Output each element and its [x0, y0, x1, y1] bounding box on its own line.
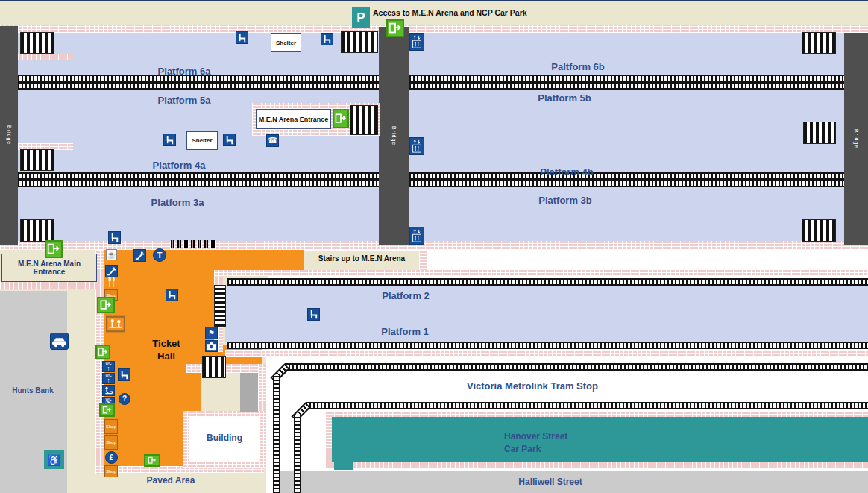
car-park-entrance — [334, 462, 353, 470]
platform-1-2-island — [225, 286, 868, 342]
shelter-box: Shelter — [271, 33, 301, 52]
platform-3b-label: Platform 3b — [538, 195, 592, 206]
tram-track — [306, 402, 868, 409]
platform-2-label: Platform 2 — [382, 290, 430, 301]
ticket-hall — [97, 250, 304, 270]
stairs — [804, 122, 835, 143]
shop-kiosk: Shop — [104, 465, 118, 477]
men-arena-entrance-box: M.E.N Arena Entrance — [256, 109, 331, 129]
brick-wall — [225, 350, 868, 357]
flag-glyph: ⚑ — [208, 330, 215, 337]
seat-icon — [223, 134, 236, 146]
information-glyph: ? — [122, 395, 127, 403]
bridge-west: Bridge — [0, 26, 18, 245]
cash-machine-icon: £ — [105, 451, 118, 464]
hanover-label-2: Car Park — [504, 444, 541, 454]
platform-1-label: Platform 1 — [381, 326, 429, 337]
lift-icon — [409, 33, 424, 51]
bridge-east: Bridge — [844, 33, 868, 245]
seat-icon — [108, 231, 121, 244]
exit-icon — [144, 454, 160, 467]
shop-kiosk: Shop — [104, 419, 118, 434]
brick-wall — [214, 270, 868, 276]
cash-glyph: £ — [110, 454, 114, 462]
toilets-icon: WC↑ — [102, 373, 115, 384]
brick-wall — [18, 54, 73, 60]
platform-6b-label: Paltform 6b — [551, 61, 605, 72]
platform-3a-label: Platform 3a — [151, 197, 204, 208]
bridge-label: Bridge — [854, 129, 859, 148]
platform-4a-label: Platform 4a — [153, 160, 206, 171]
tram-stop-label: Victoria Metrolink Tram Stop — [467, 380, 598, 392]
flag-icon: ⚑ — [205, 327, 218, 339]
paved-area-label: Paved Area — [147, 475, 195, 486]
parking-glyph: P — [356, 11, 365, 24]
brick-wall — [186, 364, 265, 373]
shop-label: Shop — [106, 424, 116, 429]
men-arena-main-entrance-label: M.E.N Arena Main Entrance — [2, 260, 96, 276]
shop-label: Shop — [106, 440, 116, 445]
north-platforms-area — [0, 33, 868, 241]
ticket-hall-label-line2: Hall — [134, 350, 198, 362]
stairs — [21, 150, 54, 170]
coffee-glyph: ☕ — [107, 251, 116, 259]
shelter-box: Shelter — [186, 131, 218, 150]
platform-5b-label: Platform 5b — [538, 92, 591, 104]
shop-kiosk: Shop — [104, 435, 118, 450]
ticket-office-icon — [106, 315, 125, 333]
catering-icon — [107, 277, 116, 288]
escalator-icon — [105, 265, 118, 277]
stairs — [215, 286, 225, 326]
exit-icon — [45, 240, 63, 258]
tram-track — [273, 375, 280, 493]
telephones-glyph: T — [157, 251, 163, 260]
ticket-hall-label-line1: Ticket — [134, 337, 198, 350]
information-icon: ? — [119, 393, 130, 405]
hanover-car-park — [332, 417, 868, 462]
bridge-label: Bridge — [391, 126, 397, 145]
tram-track — [294, 415, 301, 493]
halliwell-label: Halliwell Street — [518, 477, 582, 487]
tram-track — [285, 363, 868, 371]
access-note: Access to M.E.N Arena and NCP Car Park — [373, 8, 527, 17]
seat-icon — [321, 33, 333, 45]
station-map: Bridge Bridge Bridge M.E.N Arena Entranc… — [0, 0, 868, 493]
stairs — [21, 33, 54, 53]
shop-label: Shop — [106, 469, 116, 474]
seat-icon — [163, 134, 176, 146]
ticket-hall-label: Ticket Hall — [134, 337, 198, 362]
pillar — [240, 373, 258, 412]
photo-booth-icon — [205, 340, 218, 352]
phone-glyph: ☎ — [268, 136, 278, 145]
stairs — [203, 357, 225, 377]
stairs — [342, 32, 377, 52]
platform-6a-label: Platform 6a — [158, 66, 211, 77]
rail-track — [227, 342, 868, 349]
ticket-barriers — [171, 240, 217, 248]
parking-icon: P — [352, 7, 370, 28]
hunts-bank-label: Hunts Bank — [12, 386, 54, 395]
taxi-icon — [50, 333, 69, 350]
exit-icon — [97, 297, 115, 313]
rail-track — [18, 180, 845, 187]
stairs — [21, 220, 54, 241]
accessible-parking-icon: ♿ — [44, 450, 64, 469]
bridge-center: Bridge — [379, 27, 409, 245]
brick-wall — [0, 241, 868, 250]
exit-icon — [95, 345, 110, 359]
rail-track — [18, 75, 845, 82]
hanover-label-1: Hanover Street — [504, 431, 567, 442]
building-label: Building — [207, 433, 242, 443]
stairs — [802, 220, 835, 241]
platform-5a-label: Platform 5a — [158, 95, 211, 106]
men-arena-entrance-label: M.E.N Arena Entrance — [259, 116, 329, 123]
seat-icon — [118, 368, 130, 381]
exit-icon — [333, 109, 349, 128]
lift-icon — [409, 137, 424, 155]
rail-track — [227, 278, 868, 286]
rail-track — [18, 172, 845, 180]
ticket-hall — [104, 270, 214, 345]
refreshments-icon: ☕ — [106, 249, 117, 260]
stairs-up-label: Stairs up to M.E.N Arena — [304, 254, 419, 263]
seat-icon — [236, 31, 248, 44]
